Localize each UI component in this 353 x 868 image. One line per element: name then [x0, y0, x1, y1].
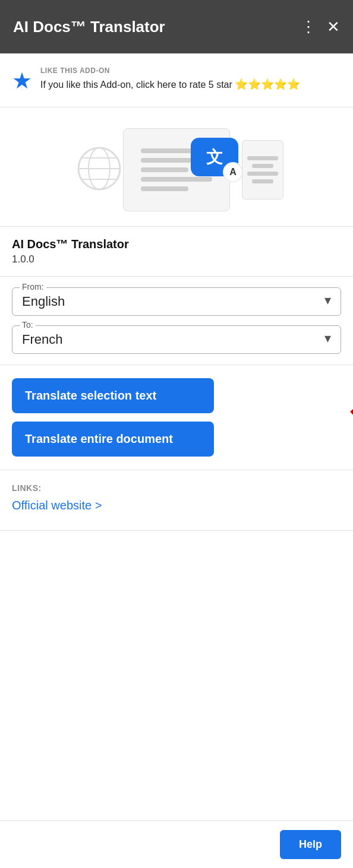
- star-icon: ★: [12, 68, 32, 94]
- app-name: AI Docs™ Translator: [12, 237, 341, 251]
- links-label: LINKS:: [12, 483, 341, 493]
- app-version: 1.0.0: [12, 254, 341, 265]
- rating-section[interactable]: ★ LIKE THIS ADD-ON If you like this Add-…: [0, 53, 353, 107]
- app-info-section: AI Docs™ Translator 1.0.0: [0, 227, 353, 277]
- dropdowns-section: From: English ▾ English French Spanish G…: [0, 277, 353, 365]
- rating-stars: ⭐⭐⭐⭐⭐: [235, 78, 300, 90]
- addon-illustration: 文 A: [64, 119, 289, 220]
- rating-description: If you like this Add-on, click here to r…: [40, 77, 300, 92]
- output-line-4: [252, 179, 273, 183]
- translate-document-button[interactable]: Translate entire document: [12, 422, 214, 457]
- translate-selection-button[interactable]: Translate selection text: [12, 378, 214, 413]
- doc-line-3: [141, 167, 188, 172]
- spacer: [0, 531, 353, 602]
- translate-chinese-char: 文: [206, 146, 223, 169]
- buttons-section: Translate selection text Translate entir…: [0, 365, 353, 470]
- help-button[interactable]: Help: [280, 830, 341, 859]
- more-icon[interactable]: ⋮: [301, 18, 316, 36]
- from-dropdown-wrapper[interactable]: From: English ▾ English French Spanish G…: [12, 287, 341, 316]
- doc-line-5: [141, 186, 188, 191]
- rating-label: LIKE THIS ADD-ON: [40, 66, 300, 75]
- illustration-section: 文 A: [0, 107, 353, 227]
- doc-output: [242, 140, 283, 199]
- translate-bubble: 文 A: [191, 138, 238, 176]
- rating-text-block: LIKE THIS ADD-ON If you like this Add-on…: [40, 66, 300, 92]
- official-website-link[interactable]: Official website >: [12, 499, 102, 512]
- doc-line-4: [141, 177, 212, 182]
- header-actions: ⋮ ✕: [301, 18, 340, 36]
- globe-icon: [75, 145, 123, 195]
- close-icon[interactable]: ✕: [327, 18, 340, 36]
- output-line-2: [252, 164, 273, 168]
- links-section: LINKS: Official website >: [0, 470, 353, 531]
- doc-translate-wrap: 文 A: [123, 128, 230, 211]
- output-line-3: [247, 172, 278, 176]
- footer: Help: [0, 821, 353, 868]
- output-line-1: [247, 156, 278, 160]
- translate-a-badge: A: [223, 162, 243, 182]
- app-title: AI Docs™ Translator: [13, 18, 165, 36]
- to-dropdown-wrapper[interactable]: To: French ▾ French English Spanish Germ…: [12, 325, 341, 354]
- svg-rect-5: [350, 404, 353, 443]
- header: AI Docs™ Translator ⋮ ✕: [0, 0, 353, 53]
